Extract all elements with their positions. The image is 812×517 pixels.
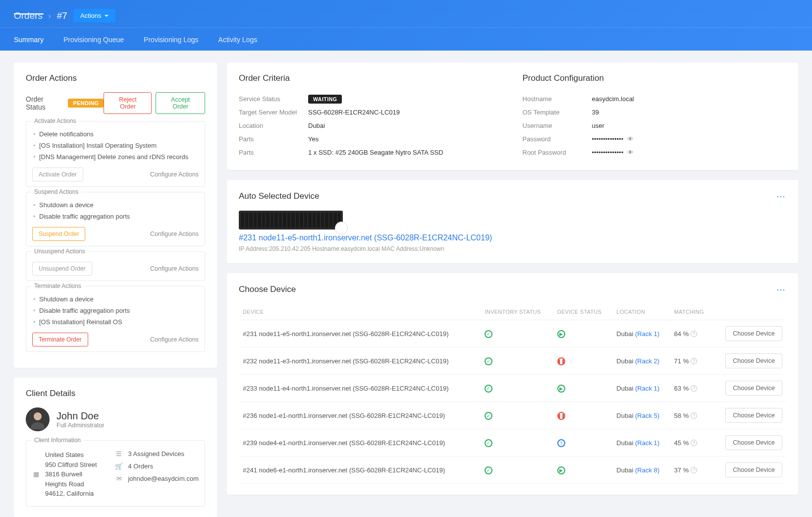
device-name-cell[interactable]: #239 node4-e1-north1.ironserver.net (SSG…: [239, 429, 481, 457]
choose-device-card: Choose Device ⋯ DEVICE INVENTORY STATUS …: [227, 273, 798, 495]
configure-actions-link[interactable]: Configure Actions: [150, 171, 199, 178]
th-device-status[interactable]: DEVICE STATUS: [553, 304, 613, 320]
choose-device-button[interactable]: Choose Device: [725, 326, 782, 341]
choose-device-button[interactable]: Choose Device: [725, 435, 782, 450]
device-status-icon: ?: [557, 439, 565, 447]
help-icon[interactable]: ?: [691, 467, 697, 473]
device-name-cell[interactable]: #232 node11-e3-north1.ironserver.net (SS…: [239, 347, 481, 375]
tab-bar: Summary Provisioning Queue Provisioning …: [0, 28, 812, 51]
th-inventory-status[interactable]: INVENTORY STATUS: [481, 304, 553, 320]
table-row: #239 node4-e1-north1.ironserver.net (SSG…: [239, 429, 786, 457]
action-item: [OS Installation] Install Operating Syst…: [32, 140, 199, 151]
device-status-icon: ❚❚: [557, 412, 565, 420]
choose-device-button[interactable]: Choose Device: [725, 353, 782, 368]
client-info-title: Client Information: [31, 437, 84, 444]
auto-device-meta: IP Address:205.210.42.205 Hostname:easyd…: [239, 245, 786, 252]
activate-order-button[interactable]: Activate Order: [32, 168, 83, 181]
more-icon[interactable]: ⋯: [776, 284, 786, 295]
terminate-order-button[interactable]: Terminate Order: [32, 333, 88, 346]
client-email[interactable]: johndoe@easydcim.com: [128, 475, 199, 482]
client-devices[interactable]: 3 Assigned Devices: [128, 450, 184, 458]
location-text: Dubai: [616, 357, 635, 365]
help-icon[interactable]: ?: [691, 440, 697, 446]
help-icon[interactable]: ?: [691, 412, 697, 419]
order-actions-title: Order Actions: [26, 73, 205, 83]
match-pct: 84 %: [674, 330, 689, 338]
rack-link[interactable]: (Rack 1): [635, 330, 659, 338]
th-device[interactable]: DEVICE: [239, 304, 481, 320]
service-status-badge: WAITING: [308, 95, 342, 104]
action-item: [DNS Management] Delete zones and rDNS r…: [32, 151, 199, 163]
kv-value: SSG-6028R-E1CR24NC-LC019: [308, 109, 400, 116]
kv-value: user: [592, 122, 604, 129]
auto-device-link[interactable]: #231 node11-e5-north1.ironserver.net (SS…: [239, 233, 786, 242]
configure-actions-link[interactable]: Configure Actions: [150, 336, 199, 343]
location-text: Dubai: [616, 412, 635, 419]
suspend-actions-group: Suspend Actions Shutdown a device Disabl…: [26, 192, 205, 246]
location-text: Dubai: [616, 385, 635, 392]
svg-point-1: [34, 412, 42, 420]
suspend-actions-title: Suspend Actions: [31, 188, 81, 195]
kv-value: Yes: [308, 135, 319, 143]
breadcrumb-root[interactable]: Orders: [14, 10, 43, 21]
table-row: #233 node11-e4-north1.ironserver.net (SS…: [239, 375, 786, 402]
rack-link[interactable]: (Rack 8): [635, 466, 659, 474]
client-details-title: Client Details: [26, 389, 205, 399]
accept-order-button[interactable]: Accept Order: [156, 92, 205, 114]
device-status-icon: ▶: [557, 330, 565, 338]
eye-icon[interactable]: 👁: [627, 149, 634, 156]
check-icon: ✓: [485, 439, 492, 447]
kv-label: Parts: [239, 149, 308, 156]
more-icon[interactable]: ⋯: [776, 191, 786, 202]
th-matching[interactable]: MATCHING: [670, 304, 713, 320]
rack-link[interactable]: (Rack 1): [635, 385, 659, 392]
eye-icon[interactable]: 👁: [627, 135, 634, 143]
choose-device-title: Choose Device: [239, 285, 296, 294]
rack-link[interactable]: (Rack 5): [635, 412, 659, 419]
client-name[interactable]: John Doe: [56, 410, 105, 422]
client-addr1: 950 Clifford Street: [45, 460, 105, 470]
device-name-cell[interactable]: #236 node1-e1-north1.ironserver.net (SSG…: [239, 402, 481, 429]
device-name-cell[interactable]: #241 node6-e1-north1.ironserver.net (SSG…: [239, 457, 481, 484]
match-pct: 71 %: [674, 357, 689, 365]
unsuspend-order-button[interactable]: Unsuspend Order: [32, 262, 92, 276]
client-country: United States: [45, 450, 105, 460]
action-item: Delete notifications: [32, 128, 199, 140]
tab-provisioning-logs[interactable]: Provisioning Logs: [144, 28, 208, 51]
help-icon[interactable]: ?: [691, 331, 697, 337]
help-icon[interactable]: ?: [691, 385, 697, 392]
client-role: Full Administrator: [56, 422, 105, 429]
rack-link[interactable]: (Rack 1): [635, 439, 659, 447]
kv-label: Username: [523, 122, 592, 129]
suspend-order-button[interactable]: Suspend Order: [32, 227, 85, 241]
action-item: Shutdown a device: [32, 293, 199, 305]
kv-label: Location: [239, 122, 308, 129]
tab-summary[interactable]: Summary: [14, 28, 53, 51]
table-row: #241 node6-e1-north1.ironserver.net (SSG…: [239, 457, 786, 484]
check-icon: ✓: [485, 466, 492, 474]
choose-device-button[interactable]: Choose Device: [725, 408, 782, 423]
cart-icon: 🛒: [115, 462, 123, 470]
action-item: [OS Installation] Reinstall OS: [32, 316, 199, 328]
configure-actions-link[interactable]: Configure Actions: [150, 230, 199, 237]
choose-device-button[interactable]: Choose Device: [725, 381, 782, 396]
terminate-actions-group: Terminate Actions Shutdown a device Disa…: [26, 286, 205, 352]
device-status-icon: ❚❚: [557, 357, 565, 365]
kv-label: Hostname: [523, 95, 592, 103]
location-text: Dubai: [616, 439, 635, 447]
device-name-cell[interactable]: #233 node11-e4-north1.ironserver.net (SS…: [239, 375, 481, 402]
choose-device-button[interactable]: Choose Device: [725, 462, 782, 477]
configure-actions-link[interactable]: Configure Actions: [150, 265, 199, 272]
table-row: #236 node1-e1-north1.ironserver.net (SSG…: [239, 402, 786, 429]
client-orders[interactable]: 4 Orders: [128, 462, 153, 470]
tab-activity-logs[interactable]: Activity Logs: [218, 28, 267, 51]
root-password-masked: ••••••••••••••: [592, 149, 624, 156]
reject-order-button[interactable]: Reject Order: [104, 92, 152, 114]
help-icon[interactable]: ?: [691, 358, 697, 364]
tab-provisioning-queue[interactable]: Provisioning Queue: [63, 28, 133, 51]
th-location[interactable]: LOCATION: [612, 304, 670, 320]
kv-label: Root Password: [523, 149, 592, 156]
rack-link[interactable]: (Rack 2): [635, 357, 659, 365]
device-name-cell[interactable]: #231 node11-e5-north1.ironserver.net (SS…: [239, 320, 481, 347]
actions-dropdown-button[interactable]: Actions: [73, 9, 115, 22]
